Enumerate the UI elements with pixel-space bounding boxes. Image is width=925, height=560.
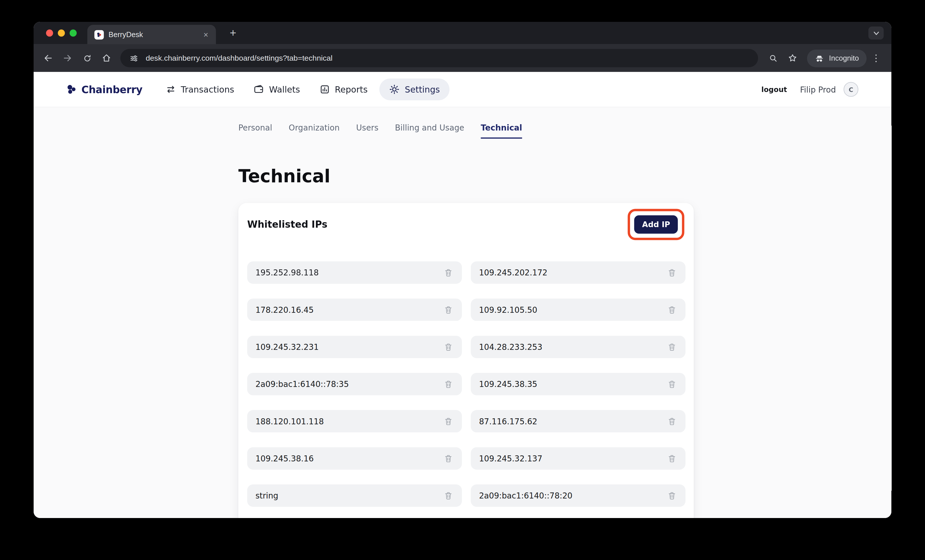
- ip-address: 104.28.233.253: [479, 342, 542, 352]
- site-settings-button[interactable]: [127, 52, 140, 65]
- nav-item-settings[interactable]: Settings: [380, 78, 449, 100]
- tab-technical[interactable]: Technical: [481, 123, 522, 138]
- ip-address: 109.92.105.50: [479, 305, 537, 315]
- zoom-icon: [768, 53, 778, 63]
- tab-favicon-icon: [94, 30, 104, 39]
- trash-icon: [444, 454, 452, 463]
- desktop-background: BerryDesk × + desk.chainberry.com/dashbo…: [0, 0, 925, 560]
- delete-ip-button[interactable]: [441, 488, 455, 503]
- delete-ip-button[interactable]: [441, 451, 455, 465]
- nav-item-transactions[interactable]: Transactions: [158, 78, 241, 100]
- tab-strip-chevron-button[interactable]: [868, 26, 884, 39]
- brand[interactable]: Chainberry: [65, 83, 143, 96]
- trash-icon: [668, 454, 676, 463]
- ip-address: 2a09:bac1:6140::78:20: [479, 491, 572, 500]
- settings-tabs: Personal Organization Users Billing and …: [238, 123, 694, 138]
- delete-ip-button[interactable]: [441, 303, 455, 317]
- ip-row: string: [247, 485, 462, 507]
- back-icon: [43, 53, 53, 63]
- browser-tab[interactable]: BerryDesk ×: [87, 25, 216, 44]
- app-navbar: Chainberry Transactions Wallets Reports: [34, 72, 891, 107]
- ip-row: 109.245.32.231: [247, 336, 462, 358]
- trash-icon: [444, 417, 452, 426]
- new-tab-button[interactable]: +: [225, 25, 241, 41]
- reports-icon: [319, 84, 330, 95]
- ip-address: 109.245.32.137: [479, 454, 542, 463]
- zoom-button[interactable]: [764, 49, 782, 67]
- logout-button[interactable]: logout: [761, 85, 787, 94]
- delete-ip-button[interactable]: [665, 414, 679, 428]
- trash-icon: [668, 491, 676, 500]
- delete-ip-button[interactable]: [441, 414, 455, 428]
- browser-menu-button[interactable]: ⋮: [868, 53, 884, 64]
- card-header: Whitelisted IPs Add IP: [238, 203, 694, 240]
- user-name: Filip Prod: [800, 85, 836, 94]
- delete-ip-button[interactable]: [665, 266, 679, 280]
- ip-address: 195.252.98.118: [256, 268, 319, 277]
- home-button[interactable]: [98, 49, 116, 67]
- delete-ip-button[interactable]: [441, 266, 455, 280]
- chevron-down-icon: [872, 29, 880, 37]
- ip-row: 2a09:bac1:6140::78:20: [471, 485, 685, 507]
- ip-address: 2a09:bac1:6140::78:35: [256, 379, 349, 389]
- ip-list: 195.252.98.118 109.245.202.172 178.220.1…: [238, 261, 694, 507]
- tab-billing-and-usage[interactable]: Billing and Usage: [395, 123, 464, 138]
- trash-icon: [668, 417, 676, 426]
- browser-toolbar: desk.chainberry.com/dashboard/settings?t…: [34, 44, 891, 72]
- bookmark-button[interactable]: [783, 49, 802, 67]
- tab-organization[interactable]: Organization: [289, 123, 339, 138]
- delete-ip-button[interactable]: [665, 488, 679, 503]
- delete-ip-button[interactable]: [665, 451, 679, 465]
- ip-address: 87.116.175.62: [479, 417, 537, 426]
- site-settings-icon: [130, 54, 138, 62]
- trash-icon: [444, 342, 452, 351]
- delete-ip-button[interactable]: [441, 377, 455, 391]
- ip-row: 195.252.98.118: [247, 261, 462, 284]
- nav-item-wallets[interactable]: Wallets: [246, 78, 307, 100]
- nav-items: Transactions Wallets Reports Settings: [158, 78, 449, 100]
- back-button[interactable]: [39, 49, 57, 67]
- delete-ip-button[interactable]: [665, 340, 679, 354]
- ip-address: 109.245.202.172: [479, 268, 547, 277]
- delete-ip-button[interactable]: [665, 303, 679, 317]
- delete-ip-button[interactable]: [665, 377, 679, 391]
- forward-button[interactable]: [58, 49, 77, 67]
- tab-personal[interactable]: Personal: [238, 123, 272, 138]
- home-icon: [101, 53, 111, 63]
- tab-close-button[interactable]: ×: [200, 29, 211, 40]
- incognito-badge: Incognito: [807, 49, 867, 67]
- trash-icon: [668, 268, 676, 277]
- delete-ip-button[interactable]: [441, 340, 455, 354]
- trash-icon: [668, 342, 676, 351]
- tab-users[interactable]: Users: [356, 123, 378, 138]
- incognito-icon: [815, 53, 824, 63]
- avatar[interactable]: C: [844, 82, 858, 96]
- nav-item-label: Settings: [405, 85, 440, 94]
- wallet-icon: [253, 84, 264, 95]
- ip-row: 109.245.38.35: [471, 373, 685, 395]
- url-text: desk.chainberry.com/dashboard/settings?t…: [146, 54, 333, 63]
- add-ip-button[interactable]: Add IP: [634, 215, 678, 234]
- browser-window: BerryDesk × + desk.chainberry.com/dashbo…: [34, 22, 891, 518]
- nav-item-label: Wallets: [269, 85, 300, 94]
- ip-address: 109.245.38.16: [256, 454, 314, 463]
- ip-row: 178.220.16.45: [247, 298, 462, 321]
- gear-icon: [389, 84, 400, 95]
- reload-icon: [82, 53, 92, 63]
- whitelisted-ips-card: Whitelisted IPs Add IP 195.252.98.118 10…: [238, 203, 694, 518]
- bookmark-icon: [788, 53, 798, 63]
- reload-button[interactable]: [78, 49, 96, 67]
- ip-row: 109.245.38.16: [247, 447, 462, 470]
- close-window-button[interactable]: [46, 30, 53, 37]
- nav-item-reports[interactable]: Reports: [312, 78, 375, 100]
- page-title: Technical: [238, 166, 694, 187]
- maximize-window-button[interactable]: [69, 30, 77, 37]
- ip-row: 188.120.101.118: [247, 410, 462, 432]
- incognito-label: Incognito: [829, 54, 859, 62]
- traffic-lights: [46, 30, 77, 37]
- address-bar[interactable]: desk.chainberry.com/dashboard/settings?t…: [121, 49, 758, 67]
- minimize-window-button[interactable]: [58, 30, 65, 37]
- card-title: Whitelisted IPs: [247, 219, 327, 230]
- ip-address: 109.245.38.35: [479, 379, 537, 389]
- tab-title: BerryDesk: [108, 30, 196, 39]
